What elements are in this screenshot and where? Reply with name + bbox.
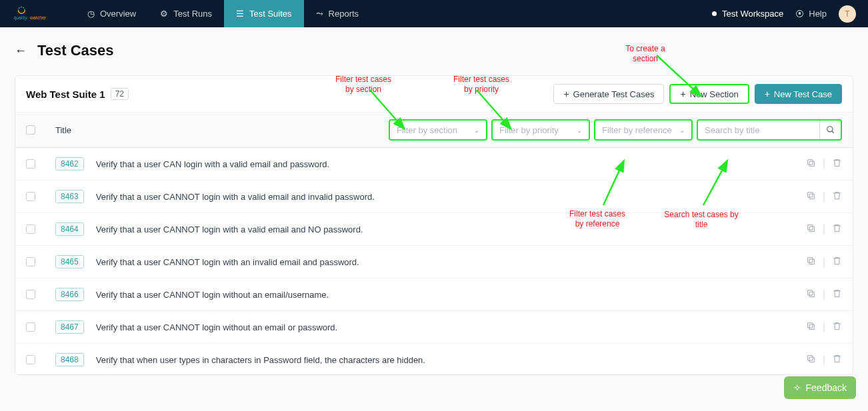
separator: |: [823, 321, 825, 334]
new-test-case-button[interactable]: + New Test Case: [755, 84, 842, 104]
button-label: Generate Test Cases: [573, 89, 655, 99]
card: Web Test Suite 1 72 + Generate Test Case…: [15, 75, 853, 375]
table-row[interactable]: 8464 Verify that a user CANNOT login wit…: [15, 213, 853, 246]
filter-placeholder: Filter by section: [397, 125, 457, 135]
copy-icon[interactable]: [806, 191, 816, 203]
nav-test-suites[interactable]: ☰ Test Suites: [224, 0, 304, 27]
row-checkbox[interactable]: [26, 192, 35, 201]
filter-priority-select[interactable]: Filter by priority ⌄: [491, 119, 590, 141]
search-icon-box[interactable]: [819, 121, 841, 139]
generate-button[interactable]: + Generate Test Cases: [553, 84, 664, 104]
copy-icon[interactable]: [806, 256, 816, 268]
nav-links: ◷ Overview ⚙ Test Runs ☰ Test Suites ⤳ R…: [75, 0, 371, 27]
dot-icon: [712, 11, 717, 16]
table-row[interactable]: 8463 Verify that a user CANNOT login wit…: [15, 181, 853, 213]
help-icon: ⦿: [795, 9, 804, 19]
test-title: Verify that a user CANNOT login without …: [96, 290, 806, 300]
search-input[interactable]: [705, 125, 834, 135]
test-id-badge[interactable]: 8463: [55, 190, 84, 203]
delete-icon[interactable]: [832, 354, 842, 366]
table-row[interactable]: 8467 Verify that a user CANNOT login wit…: [15, 311, 853, 344]
delete-icon[interactable]: [832, 321, 842, 334]
nav-label: Test Suites: [249, 9, 292, 19]
delete-icon[interactable]: [832, 256, 842, 268]
nav-label: Reports: [329, 9, 359, 19]
copy-icon[interactable]: [806, 158, 816, 171]
chevron-down-icon: ⌄: [474, 127, 479, 134]
separator: |: [823, 288, 825, 301]
test-id-badge[interactable]: 8465: [55, 255, 84, 268]
nav-test-runs[interactable]: ⚙ Test Runs: [148, 0, 224, 27]
test-id-badge[interactable]: 8464: [55, 222, 84, 236]
help-link[interactable]: ⦿ Help: [795, 9, 827, 19]
svg-text:watcher: watcher: [29, 15, 47, 20]
svg-rect-11: [809, 259, 815, 264]
count-badge: 72: [111, 88, 129, 100]
sparkle-icon: ✧: [793, 382, 801, 393]
filter-reference-select[interactable]: Filter by reference ⌄: [594, 119, 693, 141]
row-checkbox[interactable]: [26, 257, 35, 266]
row-checkbox[interactable]: [26, 322, 35, 332]
row-checkbox[interactable]: [26, 224, 35, 234]
back-arrow-icon[interactable]: ←: [15, 44, 27, 58]
svg-rect-13: [809, 292, 815, 297]
test-title: Verify that when user types in character…: [96, 355, 806, 365]
logo[interactable]: qualitywatcher: [12, 5, 62, 23]
workspace-selector[interactable]: Test Workspace: [712, 9, 783, 19]
test-id-badge[interactable]: 8462: [55, 157, 84, 171]
row-checkbox[interactable]: [26, 290, 35, 299]
table-row[interactable]: 8465 Verify that a user CANNOT login wit…: [15, 246, 853, 278]
svg-rect-7: [809, 194, 815, 199]
filter-placeholder: Filter by priority: [499, 125, 559, 135]
plus-icon: +: [765, 89, 770, 99]
separator: |: [823, 191, 825, 203]
row-checkbox[interactable]: [26, 355, 35, 364]
table-row[interactable]: 8468 Verify that when user types in char…: [15, 344, 853, 374]
svg-rect-15: [809, 324, 815, 330]
copy-icon[interactable]: [806, 288, 816, 301]
row-actions: |: [806, 256, 842, 268]
svg-rect-12: [807, 257, 813, 262]
svg-line-4: [831, 131, 833, 133]
delete-icon[interactable]: [832, 288, 842, 301]
table-row[interactable]: 8462 Verify that a user CAN login with a…: [15, 148, 853, 181]
svg-text:quality: quality: [13, 15, 27, 21]
new-section-button[interactable]: + New Section: [669, 84, 749, 104]
suite-name: Web Test Suite 1: [26, 89, 105, 100]
filter-section-select[interactable]: Filter by section ⌄: [389, 119, 487, 141]
button-label: New Section: [690, 89, 739, 99]
delete-icon[interactable]: [832, 158, 842, 171]
copy-icon[interactable]: [806, 321, 816, 334]
separator: |: [823, 223, 825, 236]
nav-overview[interactable]: ◷ Overview: [75, 0, 148, 27]
test-id-badge[interactable]: 8467: [55, 320, 84, 334]
filter-row: Title Filter by section ⌄ Filter by prio…: [15, 113, 853, 148]
avatar[interactable]: T: [839, 5, 856, 23]
dashboard-icon: ◷: [87, 9, 95, 19]
row-actions: |: [806, 191, 842, 203]
copy-icon[interactable]: [806, 223, 816, 236]
row-actions: |: [806, 321, 842, 334]
title-column-header: Title: [55, 125, 71, 135]
svg-rect-8: [807, 192, 813, 197]
delete-icon[interactable]: [832, 191, 842, 203]
test-id-badge[interactable]: 8468: [55, 353, 84, 366]
row-actions: |: [806, 158, 842, 171]
row-checkbox[interactable]: [26, 159, 35, 169]
nav-right: Test Workspace ⦿ Help T: [712, 5, 856, 23]
page-header: ← Test Cases: [15, 42, 853, 59]
delete-icon[interactable]: [832, 223, 842, 236]
test-id-badge[interactable]: 8466: [55, 288, 84, 301]
copy-icon[interactable]: [806, 354, 816, 366]
svg-rect-14: [807, 290, 813, 295]
feedback-button[interactable]: ✧ Feedback: [784, 376, 856, 399]
separator: |: [823, 354, 825, 366]
card-actions: + Generate Test Cases + New Section + Ne…: [553, 84, 842, 104]
select-all-checkbox[interactable]: [26, 125, 35, 135]
table-row[interactable]: 8466 Verify that a user CANNOT login wit…: [15, 278, 853, 311]
chart-icon: ⤳: [316, 9, 323, 19]
search-icon: [826, 125, 835, 135]
button-label: New Test Case: [774, 89, 832, 99]
svg-rect-18: [807, 355, 813, 360]
nav-reports[interactable]: ⤳ Reports: [304, 0, 371, 27]
